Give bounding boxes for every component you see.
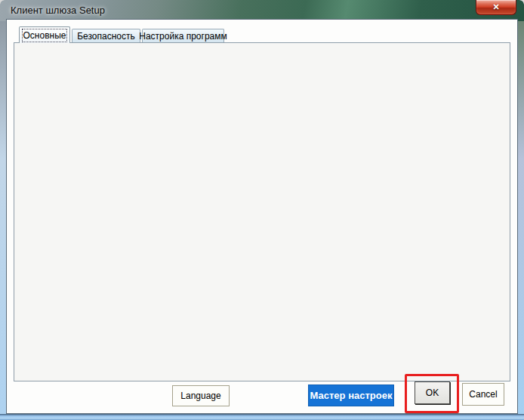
cancel-button[interactable]: Cancel bbox=[462, 383, 504, 406]
window-frame-right bbox=[518, 21, 524, 414]
tab-security[interactable]: Безопасность bbox=[72, 29, 140, 43]
tab-page-main bbox=[14, 42, 510, 381]
tab-main[interactable]: Основные bbox=[19, 26, 70, 43]
tab-programs[interactable]: Настройка программ bbox=[142, 29, 224, 43]
language-button[interactable]: Language bbox=[172, 385, 230, 406]
ok-button[interactable]: OK bbox=[415, 381, 450, 404]
tab-main-label: Основные bbox=[23, 30, 66, 41]
tab-programs-label: Настройка программ bbox=[139, 31, 227, 42]
window-frame-bottom bbox=[0, 414, 524, 420]
title-bar: Клиент шлюза Setup bbox=[0, 0, 524, 21]
close-icon: ✕ bbox=[492, 3, 499, 11]
close-button[interactable]: ✕ bbox=[476, 0, 516, 15]
window-frame-left bbox=[0, 21, 6, 414]
setup-dialog-window: Клиент шлюза Setup ✕ Основные Безопаснос… bbox=[0, 0, 524, 420]
wizard-button[interactable]: Мастер настроек bbox=[308, 384, 394, 406]
window-title: Клиент шлюза Setup bbox=[11, 5, 105, 16]
tab-security-label: Безопасность bbox=[77, 31, 135, 42]
